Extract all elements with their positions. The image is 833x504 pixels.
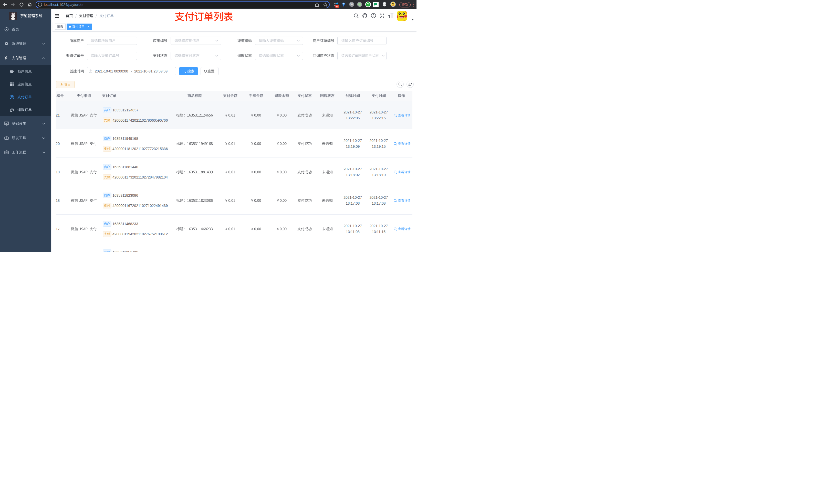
- svg-text:10: 10: [336, 5, 338, 8]
- svg-text:⌘: ⌘: [350, 3, 353, 6]
